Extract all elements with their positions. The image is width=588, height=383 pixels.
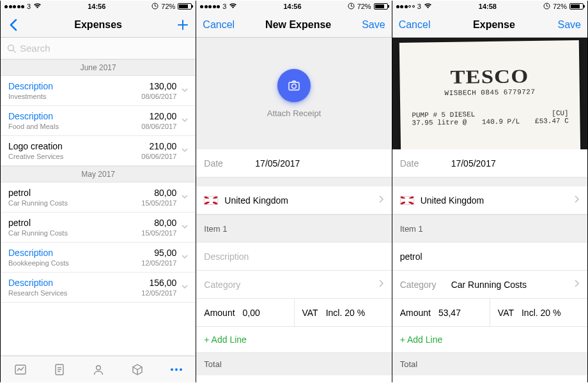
cancel-button[interactable]: Cancel (203, 19, 235, 31)
chevron-right-icon (573, 279, 580, 290)
wifi-icon (229, 3, 237, 10)
flag-uk-icon (204, 196, 218, 205)
attach-receipt-button[interactable] (277, 69, 311, 102)
expense-date: 08/06/2017 (141, 93, 176, 100)
date-row[interactable]: Date 17/05/2017 (196, 149, 391, 177)
chevron-down-icon (180, 222, 189, 233)
expense-cat: Bookkeeping Costs (8, 259, 141, 267)
cancel-button[interactable]: Cancel (399, 19, 431, 31)
chevron-down-icon (180, 252, 189, 263)
add-button[interactable] (176, 19, 189, 31)
expense-date: 08/06/2017 (141, 123, 176, 130)
expense-row[interactable]: petrol Car Running Costs 80,00 15/05/201… (1, 183, 196, 213)
signal-icon (396, 5, 415, 8)
expense-row[interactable]: Description Bookkeeping Costs 95,00 12/0… (1, 243, 196, 273)
svg-point-14 (292, 84, 297, 89)
vat-select[interactable]: VAT Incl. 20 % (295, 299, 392, 327)
amount-value: 0,00 (243, 308, 260, 318)
nav-bar: Cancel New Expense Save (196, 12, 391, 38)
expense-row[interactable]: Description Investments 130,00 08/06/201… (1, 76, 196, 106)
expense-row[interactable]: petrol Car Running Costs 80,00 15/05/201… (1, 213, 196, 243)
clock: 14:56 (88, 3, 105, 10)
category-placeholder: Category (204, 280, 377, 290)
search-input[interactable]: Search (1, 38, 196, 59)
country-value: United Kingdom (421, 195, 573, 206)
save-button[interactable]: Save (558, 19, 581, 31)
receipt-store-sub: WISBECH 0845 6779727 (444, 88, 535, 97)
signal-icon (200, 5, 220, 8)
carrier-label: 3 (222, 3, 226, 10)
item-header: Item 1 (392, 214, 587, 243)
category-row[interactable]: Category (196, 271, 391, 299)
expense-row[interactable]: Description Research Services 156,00 12/… (1, 273, 196, 303)
rotation-lock-icon (543, 3, 550, 11)
expense-date: 15/05/2017 (141, 199, 176, 207)
country-row[interactable]: United Kingdom (196, 186, 391, 214)
search-icon (7, 44, 16, 53)
country-row[interactable]: United Kingdom (392, 186, 587, 214)
chevron-down-icon (180, 192, 189, 203)
search-placeholder: Search (20, 43, 50, 54)
vat-label: VAT (498, 308, 514, 318)
expense-desc: Description (8, 81, 141, 91)
wifi-icon (424, 3, 432, 10)
rotation-lock-icon (151, 3, 159, 11)
battery-icon (374, 3, 388, 10)
vat-select[interactable]: VAT Incl. 20 % (490, 299, 587, 327)
receipt-line: 37.95 litre @ (412, 119, 467, 127)
expense-desc: Description (8, 278, 141, 288)
description-input[interactable]: Description (196, 243, 391, 271)
amount-value: 53,47 (438, 308, 461, 318)
spacer (196, 177, 391, 186)
add-line-button[interactable]: + Add Line (392, 327, 587, 353)
save-button[interactable]: Save (362, 19, 385, 31)
description-input[interactable]: petrol (392, 243, 587, 271)
amount-input[interactable]: Amount 53,47 (392, 299, 490, 327)
amount-input[interactable]: Amount 0,00 (196, 299, 294, 327)
back-button[interactable] (7, 19, 20, 31)
category-value: Car Running Costs (451, 280, 573, 290)
tab-more-icon[interactable] (169, 363, 183, 377)
expense-cat: Car Running Costs (8, 229, 141, 237)
expense-row[interactable]: Logo creation Creative Services 210,00 0… (1, 136, 196, 166)
expense-desc: Logo creation (8, 141, 141, 151)
expense-amount: 80,00 (141, 188, 176, 198)
svg-point-9 (171, 368, 173, 371)
status-bar: 3 14:56 72% (196, 1, 391, 12)
status-bar: 3 14:56 72% (1, 1, 196, 12)
tab-products-icon[interactable] (130, 363, 144, 377)
expense-amount: 120,00 (141, 111, 176, 121)
tab-invoices-icon[interactable] (52, 363, 66, 377)
battery-pct: 72% (357, 3, 371, 10)
amount-vat-row: Amount 0,00 VAT Incl. 20 % (196, 299, 391, 327)
expense-desc: Description (8, 248, 141, 258)
chevron-right-icon (378, 279, 384, 290)
category-row[interactable]: Category Car Running Costs (392, 271, 587, 299)
receipt-image[interactable]: TESCO WISBECH 0845 6779727 PUMP # 5 DIES… (392, 38, 587, 149)
carrier-label: 3 (27, 3, 31, 10)
chevron-right-icon (378, 195, 384, 206)
add-line-button[interactable]: + Add Line (196, 327, 391, 353)
date-label: Date (204, 158, 255, 169)
receipt-line: £53.47 C (535, 117, 569, 125)
attach-receipt-label: Attach Receipt (267, 109, 321, 118)
section-header: May 2017 (1, 166, 196, 183)
tab-contacts-icon[interactable] (91, 363, 105, 377)
camera-icon (287, 79, 301, 93)
chevron-down-icon (180, 86, 189, 96)
amount-label: Amount (400, 308, 431, 318)
expense-cat: Investments (8, 93, 141, 100)
wifi-icon (33, 3, 42, 10)
vat-label: VAT (302, 308, 318, 318)
country-value: United Kingdom (224, 195, 377, 206)
date-row[interactable]: Date 17/05/2017 (392, 149, 587, 177)
expense-row[interactable]: Description Food and Meals 120,00 08/06/… (1, 106, 196, 136)
svg-point-10 (175, 368, 178, 371)
nav-title: New Expense (265, 19, 331, 31)
tab-dashboard-icon[interactable] (13, 363, 27, 377)
expense-list[interactable]: June 2017 Description Investments 130,00… (1, 59, 196, 382)
expense-amount: 130,00 (141, 81, 176, 91)
expense-cat: Creative Services (8, 153, 141, 160)
carrier-label: 3 (417, 3, 421, 10)
nav-title: Expenses (74, 19, 122, 31)
